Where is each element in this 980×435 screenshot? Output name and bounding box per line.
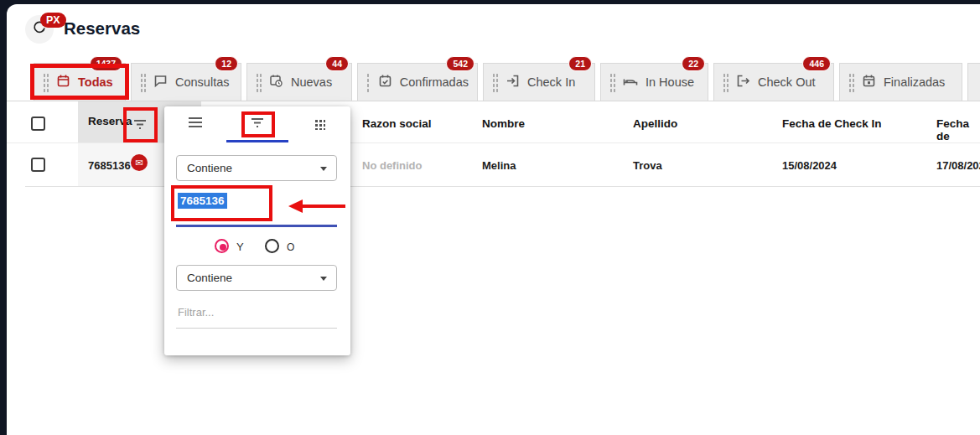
- annotation-arrow: [302, 205, 345, 208]
- bed-icon: [623, 74, 638, 91]
- input-focus-underline: [176, 225, 337, 227]
- second-filter-input[interactable]: Filtrar...: [178, 306, 214, 318]
- logout-icon: [736, 74, 750, 91]
- cell-apellido: Trova: [633, 159, 662, 172]
- row-checkbox[interactable]: [31, 158, 45, 172]
- select-all-checkbox[interactable]: [31, 117, 45, 131]
- grid-icon: [314, 118, 325, 130]
- tab-partial[interactable]: [967, 63, 980, 101]
- drag-handle-icon[interactable]: [140, 72, 146, 92]
- login-icon: [506, 74, 520, 91]
- tab-label: Nuevas: [291, 75, 332, 89]
- email-badge[interactable]: ✉: [131, 154, 148, 171]
- tab-consultas[interactable]: Consultas 12: [131, 63, 241, 101]
- page-title: Reservas: [64, 18, 140, 39]
- tab-label: Confirmadas: [400, 75, 469, 89]
- radio-and[interactable]: [215, 239, 229, 253]
- annotation-arrow-head: [288, 199, 303, 213]
- chevron-down-icon: [320, 277, 327, 281]
- calendar-check-icon: [378, 74, 392, 91]
- annotation-box-column-filter: [123, 107, 158, 142]
- tab-count-badge: 22: [682, 56, 705, 71]
- calendar-event-icon: [862, 74, 876, 91]
- drag-handle-icon[interactable]: [609, 72, 615, 92]
- envelope-icon: ✉: [135, 158, 143, 168]
- drag-handle-icon[interactable]: [366, 72, 371, 92]
- tab-count-badge: 542: [446, 56, 474, 71]
- popup-tab-menu[interactable]: [164, 106, 226, 142]
- tab-label: Finalizadas: [884, 75, 945, 89]
- tab-label: Check Out: [758, 75, 816, 89]
- menu-icon: [187, 116, 204, 132]
- column-header-fecha-check-out[interactable]: Fecha de: [936, 117, 980, 142]
- cell-nombre: Melina: [482, 159, 516, 172]
- radio-or[interactable]: [265, 239, 279, 253]
- tab-check-in[interactable]: Check In 21: [483, 63, 595, 101]
- cell-razon-social: No definido: [362, 159, 423, 172]
- operator-select-2-value: Contiene: [187, 272, 232, 284]
- cell-fecha-check-in: 15/08/2024: [782, 159, 837, 172]
- column-header-nombre[interactable]: Nombre: [482, 117, 525, 130]
- calendar-clock-icon: [269, 74, 283, 91]
- second-input-underline: [176, 328, 337, 329]
- tab-label: Consultas: [175, 75, 229, 89]
- radio-and-label: Y: [236, 241, 244, 253]
- column-header-fecha-check-in[interactable]: Fecha de Check In: [782, 117, 882, 130]
- tab-label: Check In: [527, 75, 575, 89]
- drag-handle-icon[interactable]: [256, 72, 262, 92]
- tab-finalizadas[interactable]: Finalizadas: [839, 63, 962, 101]
- operator-select-1[interactable]: Contiene: [176, 155, 337, 181]
- operator-select-1-value: Contiene: [187, 162, 232, 174]
- radio-or-label: O: [287, 241, 294, 253]
- radio-selected-dot: [220, 244, 226, 251]
- tab-confirmadas[interactable]: Confirmadas 542: [357, 63, 478, 101]
- cell-fecha-check-out: 17/08/202: [936, 159, 980, 172]
- drag-handle-icon[interactable]: [723, 72, 729, 92]
- drag-handle-icon[interactable]: [492, 72, 498, 92]
- drag-handle-icon[interactable]: [848, 72, 854, 92]
- popup-tab-columns[interactable]: [288, 106, 350, 142]
- tab-count-badge: 446: [802, 56, 831, 71]
- chat-icon: [153, 74, 168, 91]
- tab-count-badge: 12: [215, 56, 238, 71]
- annotation-box-popup-filter-tab: [241, 111, 275, 137]
- column-header-razon-social[interactable]: Razon social: [362, 117, 432, 130]
- cell-reserva[interactable]: 7685136: [88, 159, 131, 172]
- annotation-box-todas: [30, 64, 129, 100]
- tab-in-house[interactable]: In House 22: [600, 63, 708, 101]
- tab-label: In House: [646, 75, 694, 89]
- operator-select-2[interactable]: Contiene: [176, 265, 337, 291]
- tab-check-out[interactable]: Check Out 446: [713, 63, 834, 101]
- annotation-box-filter-input: [171, 185, 272, 221]
- px-badge: PX: [40, 13, 66, 28]
- tab-nuevas[interactable]: Nuevas 44: [246, 63, 352, 101]
- tab-count-badge: 44: [325, 56, 349, 71]
- active-tab-indicator: [226, 140, 288, 142]
- filter-popup: Contiene 7685136 Y O Contiene Filtrar...: [164, 106, 350, 355]
- chevron-down-icon: [320, 167, 327, 171]
- column-header-apellido[interactable]: Apellido: [633, 117, 677, 130]
- tab-count-badge: 21: [568, 56, 592, 71]
- app-window: PX Reservas Todas 1437 Consultas 12 Nuev…: [0, 0, 980, 435]
